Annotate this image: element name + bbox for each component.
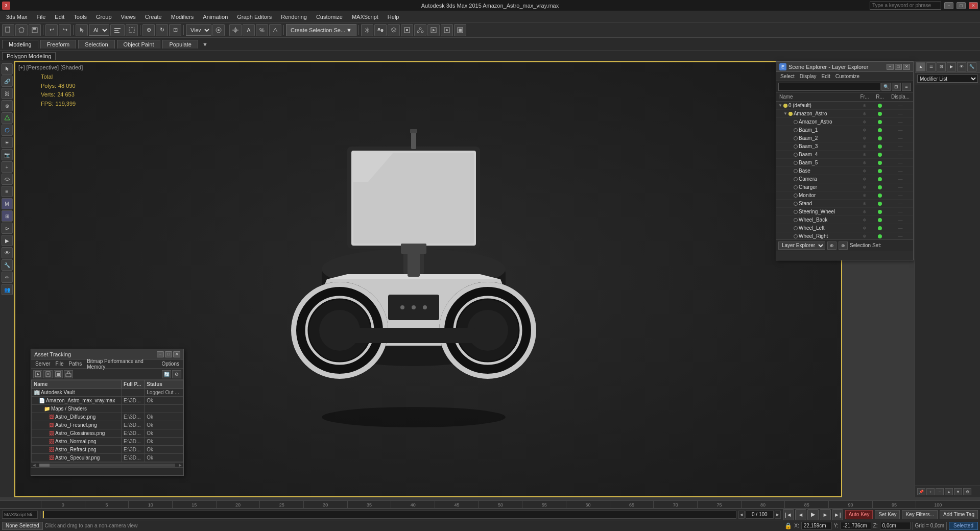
timeline-next-btn[interactable]: ► [775,511,781,519]
toolbar-undo-button[interactable]: ↩ [45,24,58,36]
left-btn-helpers[interactable]: + [2,161,13,173]
scene-sort-btn[interactable]: ≡ [902,83,911,91]
play-prev-btn[interactable]: ◄ [795,509,806,520]
right-tab-hierarchy[interactable]: ⊡ [937,62,946,71]
menu-item-graph-editors[interactable]: Graph Editors [233,13,276,21]
scene-tree-row[interactable]: Amazon_Astro ❄ — [776,118,913,126]
asset-table-row[interactable]: 📁Maps / Shaders [32,405,183,413]
menu-item-customize[interactable]: Customize [312,13,347,21]
add-time-tag-button[interactable]: Add Time Tag [940,510,978,519]
asset-menu-server[interactable]: Server [33,361,52,367]
left-btn-select[interactable] [2,63,13,75]
left-btn-utilities[interactable]: 🔧 [2,259,13,271]
create-selection-button[interactable]: Create Selection Se... ▼ [286,24,356,36]
scene-search-input[interactable] [778,83,880,91]
play-next-btn[interactable]: ► [820,509,831,520]
asset-table-row[interactable]: 🖼Astro_Refract.png E:\3D... Ok [32,446,183,454]
scene-minimize-button[interactable]: − [887,64,894,70]
menu-item-create[interactable]: Create [141,13,166,21]
play-btn[interactable]: ▶ [807,509,819,520]
left-btn-cameras[interactable]: 📷 [2,149,13,160]
toolbar-percent-snap[interactable]: % [256,24,268,36]
right-tab-motion[interactable]: ▶ [947,62,956,71]
asset-menu-paths[interactable]: Paths [67,361,84,367]
scene-menu-select[interactable]: Select [778,74,797,79]
mod-pin-btn[interactable]: 📌 [917,488,925,495]
toolbar-align-button[interactable] [374,24,387,36]
play-first-btn[interactable]: |◄ [783,509,794,520]
asset-menu-options[interactable]: Options [160,361,181,367]
asset-table-row[interactable]: 🏢Autodesk Vault Logged Out ... [32,389,183,397]
mod-move-dn-btn[interactable]: ▼ [954,488,962,495]
mod-config-btn[interactable]: ⚙ [963,488,971,495]
asset-settings-button[interactable]: ⚙ [172,370,181,378]
toolbar-render-frame-button[interactable] [454,24,466,36]
scene-tree-row[interactable]: Charger ❄ — [776,183,913,191]
toolbar-manage-button[interactable] [414,24,426,36]
scene-tree-row[interactable]: Stand ❄ — [776,200,913,208]
frame-counter[interactable]: 0 / 100 [746,511,774,519]
left-btn-material[interactable]: M [2,198,13,209]
close-button[interactable]: ✕ [969,2,978,9]
tab-freeform[interactable]: Freeform [40,40,77,49]
scene-tree-row[interactable]: Monitor ❄ — [776,191,913,200]
scene-menu-edit[interactable]: Edit [820,74,832,79]
left-btn-populate[interactable]: 👥 [2,284,13,295]
viewport-3d[interactable]: [+] [Perspective] [Shaded] Total Polys: … [14,61,842,497]
left-btn-paint[interactable]: ✏ [2,272,13,283]
toolbar-select-button[interactable] [76,24,88,36]
scene-tree-row[interactable]: Camera ❄ — [776,175,913,183]
asset-scrollbar[interactable]: ◄ ► [31,462,183,467]
minimize-button[interactable]: − [944,2,953,9]
play-last-btn[interactable]: ►| [832,509,843,520]
filter-dropdown[interactable]: All [89,25,109,36]
asset-table-row[interactable]: 🖼Astro_Specular.png E:\3D... Ok [32,454,183,462]
left-btn-link[interactable]: 🔗 [2,76,13,87]
scene-view-dropdown[interactable]: Layer Explorer [778,242,825,250]
toolbar-spinner-snap[interactable] [269,24,281,36]
scene-menu-customize[interactable]: Customize [833,74,862,79]
tab-selection[interactable]: Selection [78,40,114,49]
asset-scroll-track[interactable] [39,464,175,467]
asset-table-row[interactable]: 🖼Astro_Glossiness.png E:\3D... Ok [32,429,183,438]
toolbar-new-button[interactable] [2,24,14,36]
toolbar-snap-toggle[interactable] [229,24,242,36]
asset-menu-bitmap-perf[interactable]: Bitmap Performance and Memory [85,358,158,370]
asset-restore-button[interactable]: □ [165,351,172,357]
menu-item-edit[interactable]: Edit [51,13,68,21]
mod-move-up-btn[interactable]: ▲ [945,488,953,495]
left-btn-lights[interactable]: ☀ [2,137,13,148]
toolbar-redo-button[interactable]: ↪ [59,24,71,36]
scene-tree-row[interactable]: Baam_5 ❄ — [776,159,913,167]
left-btn-shapes[interactable] [2,125,13,136]
scene-tree-row[interactable]: Wheel_Back ❄ — [776,216,913,224]
menu-item-3dsmax[interactable]: 3ds Max [2,13,32,21]
mod-add-btn[interactable]: + [926,488,935,495]
search-input[interactable] [870,2,941,10]
toolbar-render-button[interactable] [427,24,440,36]
asset-table-row[interactable]: 🖼Astro_Fresnel.png E:\3D... Ok [32,421,183,429]
toolbar-angle-snap[interactable]: A [243,24,255,36]
scene-filter-btn[interactable]: ⊟ [892,83,901,91]
left-btn-geometry[interactable] [2,112,13,124]
menu-item-help[interactable]: Help [384,13,403,21]
toolbar-select-region[interactable] [126,24,138,36]
asset-tool-3[interactable] [54,370,63,378]
scene-tree-row[interactable]: ▼ Amazon_Astro ❄ — [776,110,913,118]
scene-menu-display[interactable]: Display [798,74,819,79]
asset-scroll-thumb[interactable] [39,464,50,467]
toolbar-view-btn-1[interactable] [212,24,225,36]
set-key-button[interactable]: Set Key [875,510,900,519]
tab-modeling[interactable]: Modeling [2,40,38,49]
menu-item-modifiers[interactable]: Modifiers [167,13,198,21]
asset-table-row[interactable]: 📄Amazon_Astro_max_vray.max E:\3D... Ok [32,397,183,405]
left-btn-motion[interactable]: ▶ [2,235,13,246]
asset-table-row[interactable]: 🖼Astro_Normal.png E:\3D... Ok [32,438,183,446]
mod-del-btn[interactable]: − [936,488,944,495]
auto-key-button[interactable]: Auto Key [845,510,873,519]
tab-populate[interactable]: Populate [162,40,198,49]
tab-object-paint[interactable]: Object Paint [117,40,161,49]
menu-item-rendering[interactable]: Rendering [277,13,311,21]
asset-close-button[interactable]: ✕ [173,351,180,357]
view-dropdown[interactable]: View [186,25,211,36]
